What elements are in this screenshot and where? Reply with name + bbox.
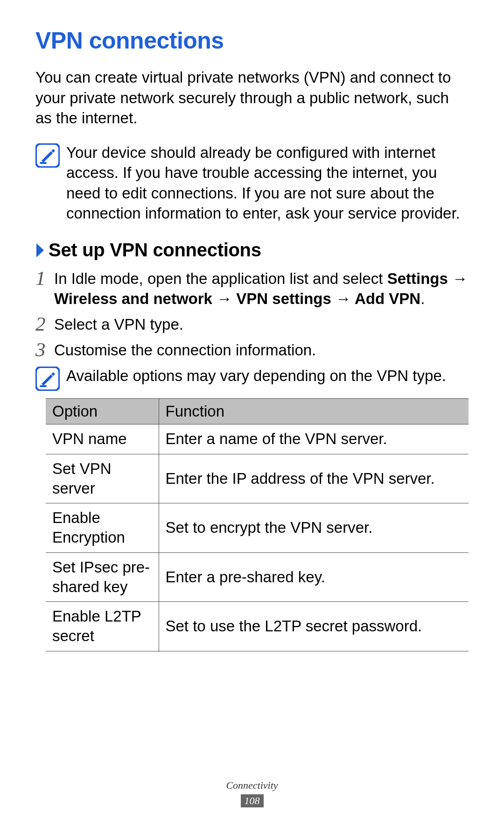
step-text: In Idle mode, open the application list … [54,270,387,287]
cell-function: Set to use the L2TP secret password. [159,602,469,651]
table-row: Set IPsec pre-shared key Enter a pre-sha… [46,552,469,601]
ui-path: Wireless and network [54,290,212,307]
cell-function: Set to encrypt the VPN server. [159,503,469,552]
page-title: VPN connections [35,27,469,54]
table-row: Enable Encryption Set to encrypt the VPN… [46,503,469,552]
col-function: Function [159,399,469,424]
note-text-2: Available options may vary depending on … [66,366,446,386]
footer-section-name: Connectivity [0,779,504,792]
cell-option: Enable L2TP secret [46,602,159,651]
options-table: Option Function VPN name Enter a name of… [46,398,469,651]
col-option: Option [46,399,159,424]
period: . [420,290,425,307]
cell-function: Enter a name of the VPN server. [159,424,469,454]
steps-list: 1 In Idle mode, open the application lis… [35,269,469,360]
ui-path: Add VPN [355,290,420,307]
note-block-2: Available options may vary depending on … [35,366,469,391]
cell-option: Set VPN server [46,454,159,503]
subheading-row: Set up VPN connections [35,240,469,261]
arrow: → [331,290,355,307]
manual-page: VPN connections You can create virtual p… [0,0,504,827]
step-number: 3 [35,339,54,360]
ui-path: VPN settings [236,290,331,307]
note-icon [35,143,60,168]
intro-paragraph: You can create virtual private networks … [35,67,469,128]
subheading: Set up VPN connections [49,240,261,261]
step-body: Select a VPN type. [54,315,469,335]
step-number: 1 [35,268,54,288]
step-body: In Idle mode, open the application list … [54,269,469,309]
ui-path: Settings [387,270,448,287]
table-row: VPN name Enter a name of the VPN server. [46,424,469,454]
note-block-1: Your device should already be configured… [35,142,469,224]
step-3: 3 Customise the connection information. [35,340,469,360]
cell-function: Enter a pre-shared key. [159,552,469,601]
cell-function: Enter the IP address of the VPN server. [159,454,469,503]
step-body: Customise the connection information. [54,340,469,360]
note-icon [35,367,60,391]
step-1: 1 In Idle mode, open the application lis… [35,269,469,309]
arrow: → [448,270,468,287]
cell-option: VPN name [46,424,159,454]
table-row: Enable L2TP secret Set to use the L2TP s… [46,602,469,651]
arrow: → [212,290,236,307]
cell-option: Enable Encryption [46,503,159,552]
note-text-1: Your device should already be configured… [66,142,469,224]
footer-page-number: 108 [241,794,264,807]
chevron-icon [35,240,46,256]
cell-option: Set IPsec pre-shared key [46,552,159,601]
step-number: 2 [35,314,54,334]
step-2: 2 Select a VPN type. [35,315,469,335]
table-header-row: Option Function [46,399,469,424]
table-row: Set VPN server Enter the IP address of t… [46,454,469,503]
page-footer: Connectivity 108 [0,779,504,807]
